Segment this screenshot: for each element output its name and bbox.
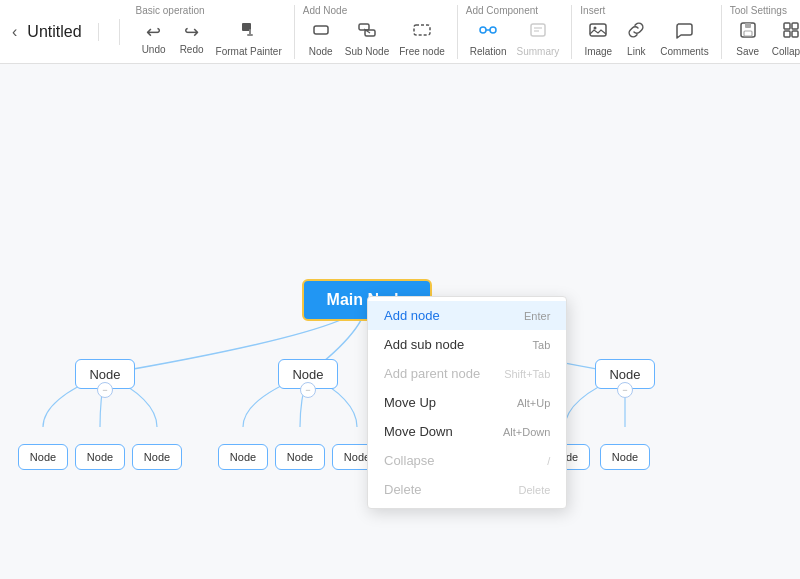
- node-l2-collapse[interactable]: −: [300, 382, 316, 398]
- insert-group: Insert Image Link Comments: [572, 5, 721, 59]
- svg-rect-17: [745, 23, 751, 28]
- collapse-icon: [781, 20, 800, 45]
- save-icon: [738, 20, 758, 45]
- menu-item-add-node[interactable]: Add node Enter: [368, 301, 566, 330]
- sub-node-icon: [357, 20, 377, 45]
- menu-item-move-up[interactable]: Move Up Alt+Up: [368, 388, 566, 417]
- basic-operation-items: ↩ Undo ↪ Redo Format Painter: [136, 18, 286, 59]
- relation-icon: [478, 20, 498, 45]
- menu-add-sub-node-label: Add sub node: [384, 337, 464, 352]
- summary-icon: [528, 20, 548, 45]
- sub-node-button[interactable]: Sub Node: [341, 18, 393, 59]
- redo-icon: ↪: [184, 21, 199, 43]
- node-l1-collapse[interactable]: −: [97, 382, 113, 398]
- svg-rect-19: [784, 23, 790, 29]
- relation-btn-label: Relation: [470, 46, 507, 57]
- menu-add-node-shortcut: Enter: [524, 310, 550, 322]
- node-l1-2[interactable]: Node: [75, 444, 125, 470]
- free-node-icon: [412, 20, 432, 45]
- node-l1-3-label: Node: [144, 451, 170, 463]
- image-button[interactable]: Image: [580, 18, 616, 59]
- undo-icon: ↩: [146, 21, 161, 43]
- svg-rect-20: [792, 23, 798, 29]
- collapse-btn-label: Collapse: [772, 46, 800, 57]
- sub-node-btn-label: Sub Node: [345, 46, 389, 57]
- nav-section: ‹ Untitled: [8, 19, 120, 45]
- save-btn-label: Save: [736, 46, 759, 57]
- node-r1-2[interactable]: Node: [600, 444, 650, 470]
- node-l1[interactable]: Node −: [75, 359, 135, 389]
- svg-rect-22: [792, 31, 798, 37]
- menu-item-move-down[interactable]: Move Down Alt+Down: [368, 417, 566, 446]
- menu-item-add-parent-node: Add parent node Shift+Tab: [368, 359, 566, 388]
- redo-button[interactable]: ↪ Redo: [174, 19, 210, 57]
- svg-rect-11: [531, 24, 545, 36]
- menu-delete-shortcut: Delete: [519, 484, 551, 496]
- menu-move-up-shortcut: Alt+Up: [517, 397, 550, 409]
- image-icon: [588, 20, 608, 45]
- node-icon: [311, 20, 331, 45]
- node-l1-2-label: Node: [87, 451, 113, 463]
- node-l2[interactable]: Node −: [278, 359, 338, 389]
- svg-rect-14: [590, 24, 606, 36]
- context-menu: Add node Enter Add sub node Tab Add pare…: [367, 296, 567, 509]
- toolbar-right: Tool Settings Save Collapse Share: [722, 5, 800, 59]
- menu-collapse-shortcut: /: [547, 455, 550, 467]
- free-node-button[interactable]: Free node: [395, 18, 449, 59]
- node-button[interactable]: Node: [303, 18, 339, 59]
- add-component-label: Add Component: [466, 5, 538, 16]
- node-l1-1[interactable]: Node: [18, 444, 68, 470]
- undo-button[interactable]: ↩ Undo: [136, 19, 172, 57]
- menu-move-down-shortcut: Alt+Down: [503, 426, 550, 438]
- node-r1-collapse[interactable]: −: [617, 382, 633, 398]
- menu-add-sub-node-shortcut: Tab: [533, 339, 551, 351]
- node-r1-2-label: Node: [612, 451, 638, 463]
- add-node-label: Add Node: [303, 5, 347, 16]
- tool-settings-group: Tool Settings Save Collapse: [722, 5, 800, 59]
- app-title: Untitled: [27, 23, 98, 41]
- tool-settings-items: Save Collapse: [730, 18, 800, 59]
- insert-items: Image Link Comments: [580, 18, 712, 59]
- svg-rect-21: [784, 31, 790, 37]
- menu-add-parent-node-shortcut: Shift+Tab: [504, 368, 550, 380]
- summary-button[interactable]: Summary: [513, 18, 564, 59]
- free-node-btn-label: Free node: [399, 46, 445, 57]
- menu-item-add-sub-node[interactable]: Add sub node Tab: [368, 330, 566, 359]
- menu-add-parent-node-label: Add parent node: [384, 366, 480, 381]
- svg-rect-18: [744, 31, 752, 36]
- add-component-items: Relation Summary: [466, 18, 564, 59]
- format-painter-button[interactable]: Format Painter: [212, 18, 286, 59]
- menu-delete-label: Delete: [384, 482, 422, 497]
- svg-point-9: [490, 27, 496, 33]
- menu-item-collapse: Collapse /: [368, 446, 566, 475]
- add-node-items: Node Sub Node Free node: [303, 18, 449, 59]
- canvas[interactable]: Main Node Node − Node − Node − Node Node…: [0, 64, 800, 579]
- summary-btn-label: Summary: [517, 46, 560, 57]
- tool-settings-label: Tool Settings: [730, 5, 787, 16]
- link-icon: [626, 20, 646, 45]
- node-l1-label: Node: [89, 367, 120, 382]
- node-l2-1[interactable]: Node: [218, 444, 268, 470]
- link-button[interactable]: Link: [618, 18, 654, 59]
- svg-point-8: [480, 27, 486, 33]
- comments-icon: [674, 20, 694, 45]
- collapse-button[interactable]: Collapse: [768, 18, 800, 59]
- node-l2-2[interactable]: Node: [275, 444, 325, 470]
- node-r1[interactable]: Node −: [595, 359, 655, 389]
- add-component-group: Add Component Relation Summary: [458, 5, 573, 59]
- node-l2-2-label: Node: [287, 451, 313, 463]
- comments-button[interactable]: Comments: [656, 18, 712, 59]
- node-r1-label: Node: [609, 367, 640, 382]
- save-button[interactable]: Save: [730, 18, 766, 59]
- relation-button[interactable]: Relation: [466, 18, 511, 59]
- node-l2-1-label: Node: [230, 451, 256, 463]
- image-btn-label: Image: [584, 46, 612, 57]
- redo-label: Redo: [180, 44, 204, 55]
- node-l1-1-label: Node: [30, 451, 56, 463]
- back-button[interactable]: ‹: [8, 19, 21, 45]
- svg-point-15: [594, 26, 597, 29]
- menu-item-delete: Delete Delete: [368, 475, 566, 504]
- insert-label: Insert: [580, 5, 605, 16]
- node-l1-3[interactable]: Node: [132, 444, 182, 470]
- undo-label: Undo: [142, 44, 166, 55]
